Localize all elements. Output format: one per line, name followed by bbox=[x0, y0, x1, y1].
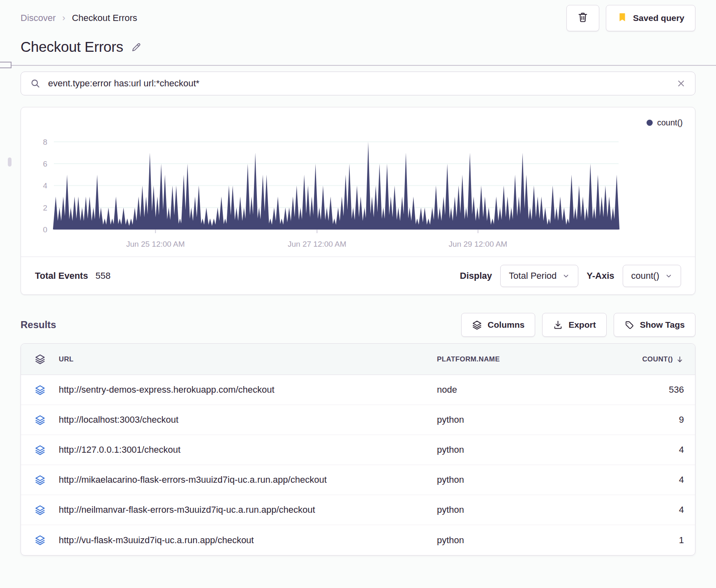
breadcrumb-discover[interactable]: Discover bbox=[21, 13, 56, 23]
count-cell: 1 bbox=[560, 535, 695, 546]
columns-button[interactable]: Columns bbox=[461, 313, 535, 337]
delete-query-button[interactable] bbox=[566, 5, 599, 31]
total-events-value: 558 bbox=[95, 271, 111, 281]
legend-label: count() bbox=[657, 118, 683, 127]
clear-search-icon[interactable] bbox=[676, 79, 686, 88]
layers-icon[interactable] bbox=[21, 505, 59, 516]
total-events: Total Events 558 bbox=[35, 271, 111, 281]
edit-title-icon[interactable] bbox=[131, 42, 142, 55]
platform-cell: python bbox=[437, 475, 560, 485]
chevron-down-icon bbox=[665, 272, 672, 280]
layers-icon[interactable] bbox=[21, 475, 59, 486]
display-label: Display bbox=[460, 271, 492, 281]
table-row[interactable]: http://neilmanvar-flask-errors-m3uuizd7i… bbox=[21, 495, 695, 525]
section-divider bbox=[0, 65, 716, 66]
platform-cell: python bbox=[437, 535, 560, 546]
platform-cell: python bbox=[437, 444, 560, 455]
yaxis-label: Y-Axis bbox=[587, 271, 614, 281]
bookmark-icon bbox=[617, 12, 628, 25]
columns-label: Columns bbox=[487, 320, 524, 330]
table-row[interactable]: http://127.0.0.1:3001/checkoutpython4 bbox=[21, 435, 695, 465]
table-row[interactable]: http://vu-flask-m3uuizd7iq-uc.a.run.app/… bbox=[21, 525, 695, 555]
download-icon bbox=[553, 320, 563, 330]
title-row: Checkout Errors bbox=[21, 39, 695, 55]
events-chart-card: count() 02468Jun 25 12:00 AMJun 27 12:00… bbox=[21, 107, 695, 295]
svg-text:0: 0 bbox=[43, 225, 47, 234]
chart-footer: Total Events 558 Display Total Period Y-… bbox=[21, 257, 695, 294]
saved-query-label: Saved query bbox=[633, 13, 684, 23]
total-events-label: Total Events bbox=[35, 271, 88, 281]
export-button[interactable]: Export bbox=[542, 313, 607, 337]
svg-text:Jun 29 12:00 AM: Jun 29 12:00 AM bbox=[449, 240, 508, 248]
url-cell[interactable]: http://127.0.0.1:3001/checkout bbox=[59, 444, 437, 455]
table-row[interactable]: http://localhost:3003/checkoutpython9 bbox=[21, 405, 695, 435]
search-bar bbox=[21, 72, 695, 95]
svg-text:4: 4 bbox=[43, 181, 47, 190]
layers-icon[interactable] bbox=[21, 535, 59, 546]
column-header-platform[interactable]: PLATFORM.NAME bbox=[437, 355, 560, 363]
breadcrumb-current: Checkout Errors bbox=[72, 13, 137, 23]
svg-text:Jun 27 12:00 AM: Jun 27 12:00 AM bbox=[288, 240, 346, 248]
url-cell[interactable]: http://neilmanvar-flask-errors-m3uuizd7i… bbox=[59, 505, 437, 515]
platform-cell: python bbox=[437, 505, 560, 515]
layers-icon bbox=[472, 320, 482, 330]
layers-icon[interactable] bbox=[21, 354, 59, 365]
results-table: URL PLATFORM.NAME COUNT() http://sentry-… bbox=[21, 343, 695, 556]
display-dropdown[interactable]: Total Period bbox=[500, 265, 578, 287]
show-tags-button[interactable]: Show Tags bbox=[614, 313, 695, 337]
table-header-row: URL PLATFORM.NAME COUNT() bbox=[21, 344, 695, 375]
layers-icon[interactable] bbox=[21, 444, 59, 456]
chart-controls: Display Total Period Y-Axis count() bbox=[460, 265, 681, 287]
svg-text:6: 6 bbox=[43, 160, 47, 168]
breadcrumb-separator-icon: › bbox=[62, 13, 65, 23]
platform-cell: python bbox=[437, 414, 560, 425]
yaxis-dropdown[interactable]: count() bbox=[623, 265, 681, 287]
platform-cell: node bbox=[437, 384, 560, 395]
export-label: Export bbox=[568, 320, 596, 330]
svg-text:8: 8 bbox=[43, 138, 47, 146]
count-cell: 4 bbox=[560, 505, 695, 515]
discover-page: Discover › Checkout Errors bbox=[0, 0, 716, 556]
display-value: Total Period bbox=[509, 271, 557, 281]
svg-text:2: 2 bbox=[43, 204, 47, 212]
count-cell: 4 bbox=[560, 444, 695, 455]
sort-desc-icon bbox=[676, 355, 684, 363]
count-cell: 9 bbox=[560, 414, 695, 425]
show-tags-label: Show Tags bbox=[640, 320, 685, 330]
search-input[interactable] bbox=[47, 78, 670, 89]
url-cell[interactable]: http://mikaelacarino-flask-errors-m3uuiz… bbox=[59, 475, 437, 485]
column-header-url[interactable]: URL bbox=[59, 355, 437, 363]
results-heading: Results bbox=[21, 319, 56, 331]
table-row[interactable]: http://mikaelacarino-flask-errors-m3uuiz… bbox=[21, 465, 695, 495]
layers-icon[interactable] bbox=[21, 414, 59, 426]
events-area-chart[interactable]: 02468Jun 25 12:00 AMJun 27 12:00 AMJun 2… bbox=[30, 128, 621, 254]
top-actions: Saved query bbox=[566, 5, 695, 31]
yaxis-value: count() bbox=[631, 271, 659, 281]
legend-dot-icon bbox=[647, 120, 653, 126]
results-actions: Columns Export Show Tags bbox=[461, 313, 695, 337]
divider-handle bbox=[0, 62, 12, 68]
chart-legend[interactable]: count() bbox=[21, 107, 695, 128]
table-body: http://sentry-demos-express.herokuapp.co… bbox=[21, 375, 695, 555]
url-cell[interactable]: http://sentry-demos-express.herokuapp.co… bbox=[59, 384, 437, 395]
trash-icon bbox=[577, 12, 589, 25]
scrollbar-thumb[interactable] bbox=[8, 157, 12, 167]
url-cell[interactable]: http://localhost:3003/checkout bbox=[59, 414, 437, 425]
page-title: Checkout Errors bbox=[21, 39, 123, 55]
column-header-count[interactable]: COUNT() bbox=[560, 355, 695, 363]
results-header: Results Columns Export bbox=[21, 313, 695, 337]
chevron-down-icon bbox=[562, 272, 570, 280]
saved-query-button[interactable]: Saved query bbox=[606, 5, 695, 31]
breadcrumb: Discover › Checkout Errors bbox=[21, 13, 137, 23]
svg-text:Jun 25 12:00 AM: Jun 25 12:00 AM bbox=[126, 240, 185, 248]
url-cell[interactable]: http://vu-flask-m3uuizd7iq-uc.a.run.app/… bbox=[59, 535, 437, 546]
tag-icon bbox=[624, 320, 635, 330]
count-cell: 4 bbox=[560, 475, 695, 485]
search-icon bbox=[30, 78, 41, 89]
count-cell: 536 bbox=[560, 384, 695, 395]
table-row[interactable]: http://sentry-demos-express.herokuapp.co… bbox=[21, 375, 695, 405]
top-bar: Discover › Checkout Errors bbox=[21, 0, 695, 30]
layers-icon[interactable] bbox=[21, 384, 59, 396]
